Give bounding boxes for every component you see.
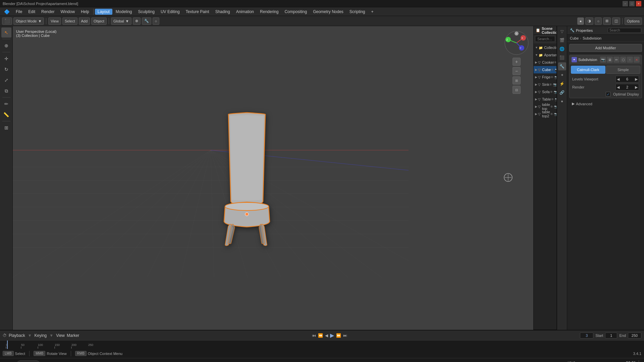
zoom-in-btn[interactable]: + — [513, 58, 521, 66]
modifier-move-up-btn[interactable]: ↑ — [627, 57, 633, 63]
minimize-button[interactable]: − — [623, 1, 628, 6]
menu-edit[interactable]: Edit — [25, 9, 38, 15]
vis-icon-cube[interactable]: 👁 — [551, 68, 554, 72]
viewport-shading-material[interactable]: ◑ — [585, 17, 593, 25]
current-frame-display[interactable]: 3 — [580, 333, 593, 339]
tab-shading[interactable]: Shading — [213, 9, 233, 15]
blender-logo[interactable]: 🔷 — [1, 8, 12, 15]
outliner-search-input[interactable] — [535, 36, 555, 42]
render-increment[interactable]: ▶ — [634, 85, 639, 89]
add-menu-btn[interactable]: Add — [79, 17, 90, 25]
tl-marker-btn[interactable]: Marker — [67, 333, 79, 338]
vis-icon-sink[interactable]: 👁 — [549, 83, 552, 86]
maximize-button[interactable]: □ — [629, 1, 635, 6]
menu-file[interactable]: File — [13, 9, 25, 15]
tab-texture-paint[interactable]: Texture Paint — [183, 9, 212, 15]
props-tab-physics[interactable]: ⚡ — [558, 80, 566, 88]
render-icon-table-top2[interactable]: 📷 — [554, 112, 557, 116]
cursor-tool-btn[interactable]: ⊕ — [1, 41, 11, 51]
annotate-tool-btn[interactable]: ✏ — [1, 99, 11, 109]
rotate-tool-btn[interactable]: ↻ — [1, 64, 11, 74]
props-tab-modifiers[interactable]: 🔧 — [558, 62, 566, 70]
outliner-item-frige[interactable]: ▶ ▽ Frige 👁 📷 — [534, 73, 556, 81]
tab-geometry-nodes[interactable]: Geometry Nodes — [310, 9, 346, 15]
outliner-item-sofa[interactable]: ▶ ▽ Sofa 👁 📷 — [534, 88, 556, 96]
tab-sculpting[interactable]: Sculpting — [136, 9, 157, 15]
advanced-section-row[interactable]: ▶ Advanced — [569, 100, 642, 107]
outliner-item-apartament[interactable]: ▼ 📁 Apartament 👁 📷 — [534, 51, 556, 59]
props-tab-object[interactable]: ⬛ — [558, 54, 566, 62]
nav-gizmo[interactable]: X Y Z T — [503, 29, 530, 56]
outliner-item-table-top2[interactable]: ▶ ▽ table top2 👁 📷 — [534, 110, 556, 118]
render-icon-frige[interactable]: 📷 — [554, 75, 557, 79]
play-reverse-btn[interactable]: ◀ — [325, 333, 328, 338]
vis-icon-table[interactable]: 👁 — [551, 98, 554, 101]
play-btn[interactable]: ▶ — [330, 332, 334, 339]
tab-uv-editing[interactable]: UV Editing — [158, 9, 182, 15]
properties-search-input[interactable] — [608, 28, 641, 33]
select-menu-btn[interactable]: Select — [62, 17, 77, 25]
vis-icon-table-top[interactable]: 👁 — [550, 105, 553, 109]
playback-btn[interactable]: Playback — [9, 333, 25, 338]
levels-viewport-number[interactable]: 6 — [621, 77, 634, 81]
jump-end-btn[interactable]: ⏭ — [343, 333, 347, 338]
tl-view-btn[interactable]: View — [56, 333, 65, 338]
outliner-item-table-top[interactable]: ▶ ▽ table top 👁 📷 — [534, 103, 556, 110]
zoom-out-btn[interactable]: − — [513, 67, 521, 75]
menu-window[interactable]: Window — [58, 9, 77, 15]
blender-taskbar-btn[interactable] — [69, 360, 79, 362]
select-tool-btn[interactable]: ↖ — [1, 27, 11, 38]
browser-btn[interactable]: 🌐 — [56, 360, 66, 362]
modifier-name[interactable]: Subdivision — [578, 58, 599, 62]
jump-start-btn[interactable]: ⏮ — [312, 333, 316, 338]
outliner-item-scene-collection[interactable]: ▼ 📁 Collection 👁 📷 — [534, 44, 556, 51]
tab-modeling[interactable]: Modeling — [113, 9, 135, 15]
editor-type-btn[interactable]: ⬛ — [2, 17, 12, 25]
chair-object[interactable] — [200, 108, 294, 248]
proportional-btn[interactable]: ○ — [153, 17, 160, 25]
xray-btn[interactable]: ◫ — [612, 17, 620, 25]
system-clock[interactable]: 20:21 02.02.2024 — [618, 361, 636, 362]
viewport[interactable]: User Perspective (Local) (3) Collection … — [13, 26, 533, 330]
outliner-item-sink[interactable]: ▶ ▽ Sink 👁 📷 — [534, 81, 556, 88]
next-frame-btn[interactable]: ⏩ — [336, 333, 341, 338]
file-explorer-btn[interactable]: 📁 — [43, 360, 53, 362]
pivot-point-btn[interactable]: ⊕ — [133, 17, 141, 25]
add-modifier-btn[interactable]: Add Modifier — [569, 44, 642, 52]
modifier-render-toggle[interactable]: 📷 — [600, 57, 606, 63]
lv-decrement[interactable]: ◀ — [616, 77, 621, 81]
move-tool-btn[interactable]: ✛ — [1, 54, 11, 64]
object-menu-btn[interactable]: Object — [91, 17, 107, 25]
timeline-ruler[interactable]: 0 50 100 150 200 250 — [0, 340, 644, 349]
tab-animation[interactable]: Animation — [233, 9, 257, 15]
simple-btn[interactable]: Simple — [606, 66, 641, 74]
transform-space-dropdown[interactable]: Global ▼ — [111, 17, 131, 25]
add-tool-btn[interactable]: ⊞ — [1, 123, 11, 133]
viewport-shading-solid[interactable]: ● — [577, 17, 584, 25]
modifier-cage-toggle[interactable]: ⬡ — [620, 57, 626, 63]
prev-frame-btn[interactable]: ⏪ — [318, 333, 323, 338]
render-number[interactable]: 2 — [621, 85, 634, 89]
scale-tool-btn[interactable]: ⤢ — [1, 75, 11, 85]
props-tab-particles[interactable]: ✦ — [558, 71, 566, 79]
close-button[interactable]: × — [636, 1, 641, 6]
menu-render[interactable]: Render — [39, 9, 57, 15]
tab-compositing[interactable]: Compositing — [282, 9, 310, 15]
breadcrumb-cube[interactable]: Cube — [570, 36, 579, 40]
transform-tool-btn[interactable]: ⧉ — [1, 86, 11, 96]
props-tab-world[interactable]: 🌐 — [558, 45, 566, 53]
outliner-item-cooker[interactable]: ▶ ▽ Cooker 👁 📷 — [534, 59, 556, 66]
snapping-btn[interactable]: 🔧 — [142, 17, 151, 25]
modifier-delete-btn[interactable]: ✕ — [634, 57, 640, 63]
props-tab-constraints[interactable]: 🔗 — [558, 88, 566, 97]
app-btn[interactable]: 🔷 — [82, 360, 92, 362]
tab-scripting[interactable]: Scripting — [347, 9, 368, 15]
optimal-display-checkbox[interactable] — [606, 92, 610, 97]
windows-start-btn[interactable] — [3, 360, 13, 362]
overlay-btn[interactable]: ⊞ — [603, 17, 611, 25]
tab-layout[interactable]: Layout — [95, 9, 112, 15]
end-frame-input[interactable]: 250 — [628, 333, 641, 339]
props-tab-object-data[interactable]: ▽ — [558, 27, 566, 36]
view-menu-btn[interactable]: View — [48, 17, 61, 25]
object-mode-dropdown[interactable]: Object Mode ▼ — [13, 17, 44, 25]
